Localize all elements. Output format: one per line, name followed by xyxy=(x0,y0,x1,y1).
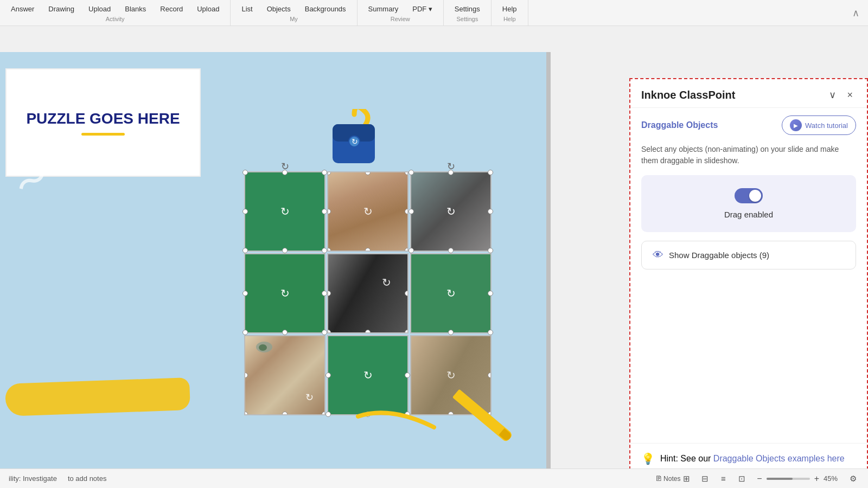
drag-enabled-label: Drag enabled xyxy=(724,210,773,219)
menu-summary[interactable]: Summary xyxy=(365,4,402,14)
puzzle-cell-4[interactable]: ↻ xyxy=(244,253,326,333)
puzzle-cell-6[interactable]: ↻ xyxy=(410,253,492,333)
slide-sorter-button[interactable]: ⊟ xyxy=(698,472,711,485)
menu-backgrounds[interactable]: Backgrounds xyxy=(302,4,349,14)
show-draggable-label: Show Draggable objects (9) xyxy=(669,251,769,260)
panel-description: Select any objects (non-animating) on yo… xyxy=(641,144,856,166)
menu-drawing[interactable]: Drawing xyxy=(45,4,78,14)
puzzle-title: PUZZLE GOES HERE xyxy=(26,110,180,128)
panel-minimize-button[interactable]: ∨ xyxy=(826,88,839,102)
status-bar: ility: Investigate to add notes 🖹 Notes … xyxy=(0,468,868,488)
settings-label: Settings xyxy=(456,16,478,22)
menu-upload-1[interactable]: Upload xyxy=(85,4,114,14)
reading-view-button[interactable]: ⊡ xyxy=(735,472,748,485)
watch-tutorial-label: Watch tutorial xyxy=(805,121,848,130)
panel-close-button[interactable]: × xyxy=(844,88,856,102)
ribbon-collapse-btn[interactable]: ∧ xyxy=(852,7,859,19)
puzzle-grid: ↻ ↻ ↻ xyxy=(244,171,492,415)
slide-canvas: PUZZLE GOES HERE 〜 ↻ xyxy=(0,52,551,488)
help-group: Help Help xyxy=(492,0,528,25)
puzzle-cell-5[interactable]: ↻ xyxy=(327,253,409,333)
play-icon: ▶ xyxy=(790,119,802,131)
panel-content: Select any objects (non-animating) on yo… xyxy=(630,135,867,443)
toggle-knob xyxy=(749,190,761,202)
menu-record[interactable]: Record xyxy=(157,4,186,14)
puzzle-cell-1[interactable]: ↻ ↻ xyxy=(244,171,326,252)
handbag-decoration: ↻ xyxy=(330,109,379,174)
zoom-out-button[interactable]: − xyxy=(757,474,762,484)
review-label: Review xyxy=(391,16,410,22)
zoom-slider[interactable] xyxy=(767,478,810,480)
puzzle-cell-2[interactable]: ↻ ↻ xyxy=(327,171,409,252)
zoom-level: 45% xyxy=(824,474,838,483)
puzzle-cell-3[interactable]: ↻ ↻ xyxy=(410,171,492,252)
drag-toggle-card: Drag enabled xyxy=(641,175,856,232)
activity-group: Answer Drawing Upload Blanks Record Uplo… xyxy=(0,0,231,25)
feature-header: Draggable Objects ▶ Watch tutorial xyxy=(630,108,867,135)
eye-icon: 👁 xyxy=(653,249,663,261)
activity-label: Activity xyxy=(106,16,125,22)
outline-view-button[interactable]: ≡ xyxy=(717,472,730,485)
menu-blanks[interactable]: Blanks xyxy=(122,4,149,14)
view-icons: 🖹 Notes ⊞ ⊟ ≡ ⊡ xyxy=(661,472,748,485)
drag-enable-toggle[interactable] xyxy=(735,188,763,203)
activity-status: ility: Investigate xyxy=(9,474,57,483)
zoom-in-button[interactable]: + xyxy=(814,474,819,484)
svg-text:↻: ↻ xyxy=(352,137,358,146)
review-group: Summary PDF ▾ Review xyxy=(358,0,444,25)
my-label: My xyxy=(290,16,298,22)
panel-app-title: Inknoe ClassPoint xyxy=(641,89,735,101)
puzzle-cell-7[interactable]: ↻ xyxy=(244,335,326,415)
help-label: Help xyxy=(503,16,516,22)
panel-header: Inknoe ClassPoint ∨ × xyxy=(630,79,867,108)
my-group: List Objects Backgrounds My xyxy=(231,0,357,25)
panel-header-actions: ∨ × xyxy=(826,88,856,102)
menu-answer[interactable]: Answer xyxy=(8,4,37,14)
status-right: 🖹 Notes ⊞ ⊟ ≡ ⊡ − + 45% ⚙ xyxy=(661,472,859,485)
menu-settings[interactable]: Settings xyxy=(451,4,483,14)
bulb-icon: 💡 xyxy=(641,452,655,465)
yellow-arrow-decoration xyxy=(347,384,456,440)
normal-view-button[interactable]: ⊞ xyxy=(680,472,693,485)
yellow-brush-stroke xyxy=(5,377,190,416)
notes-view-button[interactable]: 🖹 Notes xyxy=(661,472,674,485)
feature-name-label: Draggable Objects xyxy=(641,120,718,130)
zoom-controls: − + 45% xyxy=(757,474,838,484)
panel-separator xyxy=(546,52,551,488)
watch-tutorial-button[interactable]: ▶ Watch tutorial xyxy=(782,115,856,135)
menu-help[interactable]: Help xyxy=(499,4,520,14)
notes-label: Notes xyxy=(663,475,680,483)
show-draggable-button[interactable]: 👁 Show Draggable objects (9) xyxy=(641,241,856,269)
hint-text: Hint: See our Draggable Objects examples… xyxy=(660,454,845,464)
settings-group: Settings Settings xyxy=(444,0,492,25)
menu-objects[interactable]: Objects xyxy=(264,4,294,14)
settings-button[interactable]: ⚙ xyxy=(846,472,859,485)
menu-bar: Answer Drawing Upload Blanks Record Uplo… xyxy=(0,0,868,26)
menu-list[interactable]: List xyxy=(238,4,256,14)
menu-pdf[interactable]: PDF ▾ xyxy=(409,4,436,14)
title-underline xyxy=(81,133,125,136)
status-left: ility: Investigate to add notes xyxy=(9,474,106,483)
hint-link[interactable]: Draggable Objects examples here xyxy=(713,454,845,463)
notes-prompt: to add notes xyxy=(68,474,107,483)
menu-upload-2[interactable]: Upload xyxy=(194,4,222,14)
classpoint-panel: Inknoe ClassPoint ∨ × Draggable Objects … xyxy=(629,78,868,475)
